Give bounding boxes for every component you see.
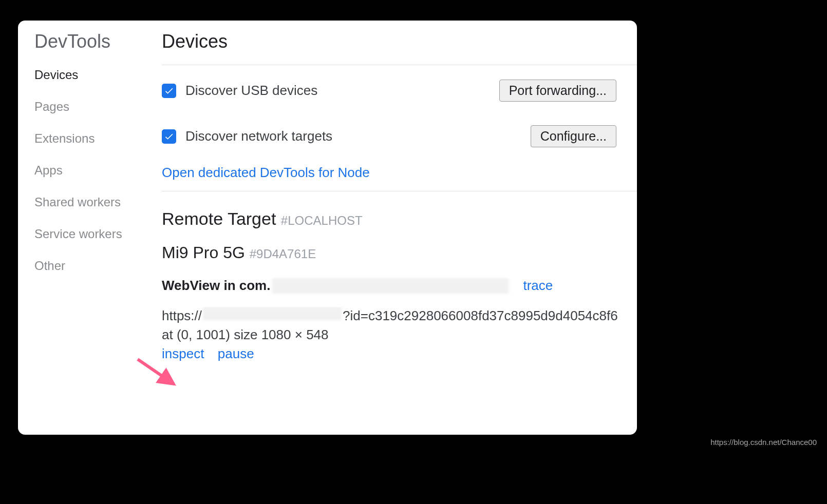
discover-usb-label: Discover USB devices — [185, 83, 317, 99]
pause-link[interactable]: pause — [218, 346, 254, 361]
node-link-row: Open dedicated DevTools for Node — [162, 165, 637, 181]
remote-target-badge: #LOCALHOST — [281, 214, 363, 227]
check-icon — [164, 131, 174, 142]
url-row: https:// ?id=c319c2928066008fd37c8995d9d… — [162, 307, 637, 324]
discover-network-row: Discover network targets Configure... — [162, 125, 637, 147]
redacted-host — [203, 307, 342, 320]
discover-usb-group: Discover USB devices — [162, 83, 317, 99]
sidebar-item-devices[interactable]: Devices — [34, 68, 162, 82]
remote-target-label: Remote Target — [162, 209, 276, 228]
configure-button[interactable]: Configure... — [531, 125, 616, 147]
sidebar-item-pages[interactable]: Pages — [34, 100, 162, 114]
url-prefix: https:// — [162, 308, 202, 324]
divider — [162, 65, 637, 65]
sidebar-item-extensions[interactable]: Extensions — [34, 131, 162, 146]
sidebar-item-apps[interactable]: Apps — [34, 163, 162, 178]
discover-network-checkbox[interactable] — [162, 129, 176, 144]
port-forwarding-button[interactable]: Port forwarding... — [499, 80, 616, 102]
position-size: at (0, 1001) size 1080 × 548 — [162, 327, 637, 343]
attribution-watermark: https://blog.csdn.net/Chance00 — [710, 438, 817, 447]
device-heading: Mi9 Pro 5G #9D4A761E — [162, 243, 637, 262]
action-links: inspect pause — [162, 346, 637, 362]
sidebar: DevTools Devices Pages Extensions Apps S… — [18, 31, 162, 435]
sidebar-item-service-workers[interactable]: Service workers — [34, 227, 162, 241]
remote-target-heading: Remote Target #LOCALHOST — [162, 209, 637, 229]
device-name: Mi9 Pro 5G — [162, 243, 245, 262]
sidebar-item-shared-workers[interactable]: Shared workers — [34, 195, 162, 209]
device-badge: #9D4A761E — [250, 247, 316, 261]
url-query: ?id=c319c2928066008fd37c8995d9d4054c8f6 — [343, 308, 618, 324]
open-node-devtools-link[interactable]: Open dedicated DevTools for Node — [162, 165, 370, 180]
webview-row: WebView in com. trace — [162, 278, 637, 294]
discover-network-label: Discover network targets — [185, 128, 332, 144]
trace-link[interactable]: trace — [523, 278, 553, 294]
divider — [162, 191, 637, 191]
discover-usb-checkbox[interactable] — [162, 84, 176, 98]
main-content: Devices Discover USB devices Port forwar… — [162, 31, 637, 435]
webview-label: WebView in com. — [162, 278, 270, 294]
discover-network-group: Discover network targets — [162, 128, 332, 144]
sidebar-title: DevTools — [34, 31, 162, 52]
sidebar-item-other[interactable]: Other — [34, 259, 162, 273]
check-icon — [164, 86, 174, 96]
page-title: Devices — [162, 31, 637, 52]
devtools-panel: DevTools Devices Pages Extensions Apps S… — [18, 21, 637, 435]
inspect-link[interactable]: inspect — [162, 346, 204, 361]
redacted-package — [272, 278, 509, 294]
discover-usb-row: Discover USB devices Port forwarding... — [162, 80, 637, 102]
